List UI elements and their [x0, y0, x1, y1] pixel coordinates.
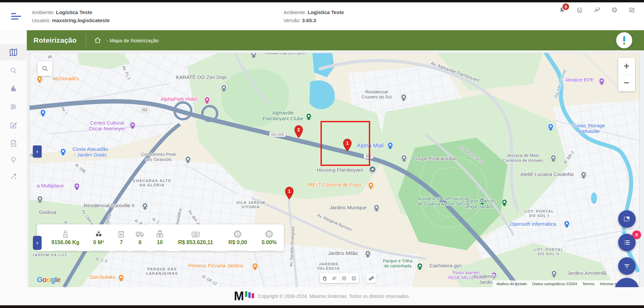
sidebar-item-scripts[interactable]: [0, 135, 27, 151]
breadcrumb-home-icon[interactable]: [94, 36, 102, 44]
neighborhood-poi-icon[interactable]: [369, 166, 376, 173]
gear-icon[interactable]: ⚙: [610, 6, 619, 14]
poi-label[interactable]: Pirineus Pizzaria Jardins: [188, 263, 243, 268]
hamburger-menu-icon[interactable]: [9, 12, 21, 20]
terms-link[interactable]: Termos: [583, 282, 595, 286]
storage-poi-icon[interactable]: [564, 220, 570, 226]
poi-label[interactable]: Don buteko: [90, 274, 116, 280]
zoom-in-button[interactable]: +: [618, 58, 635, 75]
side-panel-toggle[interactable]: ›: [33, 145, 42, 158]
poi-pin-icon[interactable]: [581, 171, 587, 177]
sidebar-item-edit[interactable]: [0, 117, 27, 133]
poi-label[interactable]: Residencial Euroville II: [84, 203, 135, 208]
alert-button[interactable]: [616, 32, 632, 48]
park-poi-icon[interactable]: [501, 199, 507, 205]
poi-pin-icon[interactable]: [374, 204, 380, 210]
restaurant-poi-icon[interactable]: [118, 274, 124, 280]
poi-label[interactable]: Condomínio Privê dos Girassóis: [141, 152, 176, 162]
mall-poi-icon[interactable]: [387, 142, 393, 148]
poi-pin-icon[interactable]: [185, 156, 191, 162]
pan-tool-button[interactable]: [320, 273, 330, 283]
poi-label[interactable]: a Multiplace: [37, 183, 64, 188]
poi-label[interactable]: Jardins Amsterdã: [567, 270, 606, 276]
map-search-button[interactable]: [38, 61, 52, 76]
business-poi-icon[interactable]: [599, 78, 605, 84]
poi-label[interactable]: Centro Cultural Oscar Niemeyer: [89, 120, 125, 132]
rectangle-tool-button[interactable]: [349, 273, 359, 283]
poi-label[interactable]: Jardins Munique: [330, 205, 366, 210]
route-marker[interactable]: 1: [285, 187, 294, 200]
sidebar-item-locations[interactable]: [0, 152, 27, 168]
map-canvas[interactable]: GO-020 352 352 McDonald's KARATÊ-DO Zen …: [30, 53, 639, 287]
notifications-badge[interactable]: 0: [562, 3, 570, 11]
poi-label[interactable]: Jardins Milão: [328, 250, 358, 256]
poi-label[interactable]: MELT Cozinha de Fogo: [308, 182, 361, 187]
poi-label[interactable]: Residencial dos Ipês: [264, 53, 305, 55]
poi-label[interactable]: Opensoft informática: [510, 221, 556, 227]
bell-icon[interactable]: 0: [558, 6, 566, 14]
culture-poi-icon[interactable]: [130, 122, 136, 128]
poi-label[interactable]: KARATÊ-DO Zen Dojo: [176, 74, 227, 80]
poi-label[interactable]: Ateliê Luciana Coutinho: [521, 171, 574, 177]
lasso-tool-button[interactable]: [330, 273, 339, 283]
poi-pin-icon[interactable]: [401, 155, 407, 161]
poi-label[interactable]: AlphaPark Hotel: [161, 96, 197, 102]
circle-tool-button[interactable]: [339, 273, 349, 283]
sidebar-item-search[interactable]: [0, 62, 27, 79]
poi-label[interactable]: Costa Atacadão - Jardim Goiás: [72, 146, 108, 158]
poi-label[interactable]: Housing Flamboyant: [317, 167, 363, 173]
svg-text:$: $: [237, 232, 239, 236]
home-icon[interactable]: [575, 6, 584, 14]
poi-label[interactable]: Grupo Piracanjuba: [413, 156, 455, 161]
sidebar-item-reports[interactable]: [0, 80, 27, 96]
stats-collapse-button[interactable]: ‹: [33, 236, 42, 250]
poi-label[interactable]: Residencial Cruzeiro do Sul: [361, 90, 392, 100]
route-marker[interactable]: 1: [343, 139, 352, 152]
poi-label[interactable]: McDonald's: [53, 76, 79, 81]
business-poi-icon[interactable]: [74, 183, 80, 189]
poi-pin-icon[interactable]: [142, 203, 148, 209]
sidebar-item-wizard[interactable]: [0, 168, 27, 184]
poi-label[interactable]: Realize EPE: [566, 77, 594, 83]
poi-pin-icon[interactable]: [221, 84, 227, 90]
poi-pin-icon[interactable]: [551, 270, 557, 276]
poi-label[interactable]: Jessyca de Melo Corretora de Imóveis: [502, 153, 543, 163]
shopping-poi-icon[interactable]: [40, 109, 46, 115]
sidebar-item-map[interactable]: [0, 44, 27, 60]
poi-pin-icon[interactable]: [550, 155, 556, 161]
footer: M Copyright © 2008-2024. Máxima Sistemas…: [0, 287, 644, 305]
golf-poi-icon[interactable]: [306, 113, 312, 119]
list-icon: [623, 239, 631, 246]
poi-label[interactable]: Parque e Trilha de caminhada: [383, 259, 412, 269]
zoom-out-button[interactable]: −: [618, 75, 635, 92]
google-logo[interactable]: Google: [37, 275, 60, 284]
poi-label[interactable]: Alphaville Flamboyant Clube: [262, 110, 303, 122]
sidebar-item-parameters[interactable]: [0, 99, 27, 115]
gym-poi-icon[interactable]: [417, 263, 423, 269]
poi-pin-icon[interactable]: [401, 94, 407, 100]
poi-pin-icon[interactable]: [365, 250, 371, 256]
restaurant-poi-icon[interactable]: [252, 263, 258, 269]
restaurant-poi-icon[interactable]: [37, 76, 43, 82]
area-label: LOT. PORTAL DO SOL II: [534, 248, 563, 256]
package-icon: [117, 230, 126, 238]
shekel-icon[interactable]: ₪: [628, 6, 636, 14]
route-list-badge: 0: [632, 230, 641, 239]
measure-tool-button[interactable]: [366, 273, 376, 283]
restaurant-poi-icon[interactable]: [368, 182, 374, 188]
shopping-poi-icon[interactable]: [60, 148, 66, 154]
storage-poi-icon[interactable]: [548, 123, 554, 129]
wrench-icon[interactable]: [593, 6, 601, 14]
keyboard-shortcuts-link[interactable]: Atalhos do teclado: [497, 282, 527, 286]
environment-user-info: Ambiente: Logística Teste Usuário: maxst…: [32, 8, 110, 25]
stat-weight: Kg 9156.06 Kg: [46, 224, 85, 251]
route-marker-number: 1: [343, 140, 352, 146]
poi-label[interactable]: Goiás Storage Alphaville: [564, 123, 614, 134]
hotel-poi-icon[interactable]: [204, 96, 210, 102]
area-select-fab[interactable]: [618, 210, 636, 228]
route-marker[interactable]: 2: [294, 125, 303, 139]
school-poi-icon[interactable]: [37, 195, 43, 202]
poi-label[interactable]: Cachoeira gyn: [430, 263, 462, 268]
poi-label[interactable]: Autódromo Internacional de Goiânia Ayrto…: [417, 196, 469, 207]
filter-fab[interactable]: [618, 257, 636, 275]
